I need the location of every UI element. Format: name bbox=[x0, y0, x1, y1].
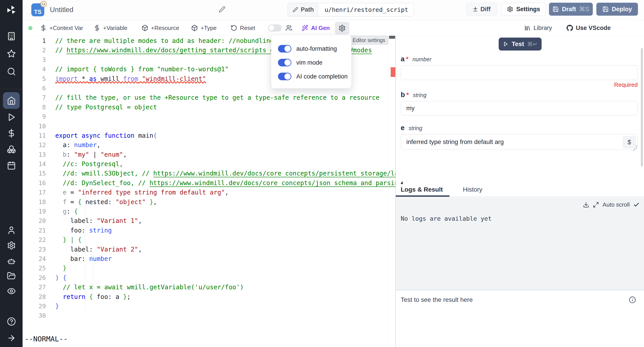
field-a-input[interactable] bbox=[401, 65, 638, 80]
settings-button[interactable]: Settings bbox=[501, 3, 546, 16]
field-b-label: b* string bbox=[401, 91, 426, 99]
sidebar-item-workers[interactable] bbox=[0, 253, 22, 269]
line-number-gutter: 1234567891011121314151617181920212223242… bbox=[22, 36, 55, 320]
draft-button[interactable]: Draft ⌘S bbox=[549, 3, 593, 16]
code-line[interactable]: // fill the type, or use the +Resource t… bbox=[55, 93, 389, 102]
diff-icon: ± bbox=[473, 5, 478, 12]
active-tab-underline bbox=[396, 196, 450, 197]
ai-gen-button[interactable]: AI Gen bbox=[302, 20, 330, 36]
field-e-input[interactable]: inferred type string from default arg $ bbox=[401, 134, 638, 150]
add-context-var-button[interactable]: +Context Var bbox=[40, 20, 83, 36]
line-number: 23 bbox=[22, 245, 55, 254]
sidebar-item-audit-logs[interactable] bbox=[0, 283, 22, 299]
windmill-logo[interactable] bbox=[0, 2, 22, 18]
favorites-star-icon[interactable] bbox=[0, 46, 22, 62]
add-type-button[interactable]: +Type bbox=[191, 20, 217, 36]
code-line[interactable]: } bbox=[55, 302, 389, 311]
logs-pane: Auto scroll No logs are available yet bbox=[396, 197, 644, 290]
magic-wand-icon bbox=[302, 24, 308, 31]
reset-icon bbox=[230, 24, 237, 31]
library-button[interactable]: Library bbox=[524, 20, 552, 36]
toggle-switch[interactable] bbox=[278, 73, 291, 80]
sidebar-item-resources[interactable] bbox=[0, 141, 22, 158]
editor-settings-dropdown: auto-formattingvim modeAI code completio… bbox=[271, 35, 352, 88]
expand-sidebar-arrow-icon[interactable] bbox=[0, 330, 22, 346]
code-line[interactable]: f = { nested: "object" }, bbox=[55, 198, 389, 207]
format-on-save-toggle[interactable] bbox=[268, 24, 282, 32]
deploy-button[interactable]: Deploy bbox=[596, 3, 638, 16]
left-sidebar bbox=[0, 0, 22, 347]
code-line[interactable]: // let x = await wmill.getVariable('u/us… bbox=[55, 282, 389, 292]
code-line[interactable]: } bbox=[55, 264, 389, 273]
tab-logs-result[interactable]: Logs & Result bbox=[401, 186, 443, 193]
tab-history[interactable]: History bbox=[463, 186, 482, 193]
multiplayer-icon[interactable] bbox=[286, 20, 292, 36]
dollar-icon bbox=[40, 24, 47, 31]
download-logs-icon[interactable] bbox=[583, 202, 589, 208]
code-line[interactable]: label: "Variant 2", bbox=[55, 245, 389, 254]
line-number: 1 bbox=[22, 36, 55, 46]
sidebar-item-variables[interactable] bbox=[0, 125, 22, 141]
resize-handle[interactable] bbox=[633, 145, 636, 149]
code-line[interactable]: label: "Variant 1", bbox=[55, 216, 389, 226]
path-field[interactable]: Path u/henri/restored_script bbox=[288, 3, 414, 16]
code-line[interactable]: //d: DynSelect_foo, // https://www.windm… bbox=[55, 178, 389, 188]
workspace-icon[interactable] bbox=[0, 28, 22, 44]
help-icon[interactable] bbox=[0, 314, 22, 330]
sidebar-item-settings[interactable] bbox=[0, 238, 22, 254]
sidebar-item-folders[interactable] bbox=[0, 268, 22, 284]
top-bar: TS Untitled Path u/henri/restored_script… bbox=[22, 0, 644, 20]
line-number: 6 bbox=[22, 84, 55, 93]
code-line[interactable]: //c: Postgresql, bbox=[55, 160, 389, 169]
play-icon bbox=[503, 41, 508, 47]
code-line[interactable]: export async function main( bbox=[55, 131, 389, 140]
field-b-input[interactable]: my bbox=[401, 101, 638, 115]
code-line[interactable] bbox=[55, 122, 389, 131]
sidebar-item-runs[interactable] bbox=[0, 109, 22, 125]
diff-button[interactable]: ± Diff bbox=[466, 3, 498, 16]
info-icon[interactable] bbox=[629, 296, 636, 304]
toggle-switch[interactable] bbox=[278, 45, 291, 52]
code-line[interactable] bbox=[55, 311, 389, 320]
code-line[interactable]: bar: number bbox=[55, 254, 389, 264]
form-scrollbar-thumb[interactable] bbox=[641, 48, 643, 166]
add-variable-button[interactable]: +Variable bbox=[94, 20, 128, 36]
add-resource-button[interactable]: +Resource bbox=[142, 20, 179, 36]
toggle-switch[interactable] bbox=[278, 59, 291, 66]
code-line[interactable]: a: number, bbox=[55, 140, 389, 150]
edit-summary-pencil-icon[interactable] bbox=[219, 6, 226, 13]
line-number: 29 bbox=[22, 302, 55, 311]
line-number: 19 bbox=[22, 207, 55, 216]
code-line[interactable]: //d: wmill.S3Object, // https://www.wind… bbox=[55, 169, 389, 178]
editor-scrollbar-thumb[interactable] bbox=[389, 36, 395, 39]
package-icon bbox=[191, 24, 198, 31]
sidebar-item-users[interactable] bbox=[0, 222, 22, 238]
sidebar-item-schedules[interactable] bbox=[0, 158, 22, 174]
editor-settings-gear-button[interactable] bbox=[335, 22, 349, 34]
code-line[interactable]: ) { bbox=[55, 273, 389, 282]
autoscroll-label[interactable]: Auto scroll bbox=[603, 201, 630, 208]
sidebar-item-home[interactable] bbox=[3, 92, 20, 109]
search-icon[interactable] bbox=[0, 64, 22, 80]
code-line[interactable]: g: { bbox=[55, 207, 389, 216]
field-e-label: e string bbox=[401, 124, 422, 132]
save-icon bbox=[552, 6, 559, 12]
code-line[interactable]: return { foo: a }; bbox=[55, 292, 389, 302]
use-vscode-button[interactable]: Use VScode bbox=[566, 20, 611, 36]
bun-runtime-icon bbox=[40, 0, 47, 8]
line-number: 27 bbox=[22, 282, 55, 292]
editor-settings-tooltip: Editor settings bbox=[350, 36, 388, 45]
result-pane: Test to see the result here bbox=[396, 290, 644, 347]
code-line[interactable]: b: "my" | "enum", bbox=[55, 150, 389, 160]
code-line[interactable]: foo: string bbox=[55, 226, 389, 235]
expand-logs-icon[interactable] bbox=[593, 202, 599, 208]
code-line[interactable]: } | { bbox=[55, 235, 389, 244]
code-line[interactable]: // type Postgresql = object bbox=[55, 102, 389, 112]
test-button[interactable]: Test ⌘↵ bbox=[499, 38, 542, 50]
code-line[interactable]: e = "inferred type string from default a… bbox=[55, 188, 389, 197]
reset-button[interactable]: Reset bbox=[230, 20, 255, 36]
editor-toolbar: +Context Var +Variable +Resource +Type R… bbox=[22, 20, 644, 36]
code-line[interactable] bbox=[55, 112, 389, 122]
line-number: 15 bbox=[22, 169, 55, 178]
indent-guide bbox=[85, 177, 86, 309]
